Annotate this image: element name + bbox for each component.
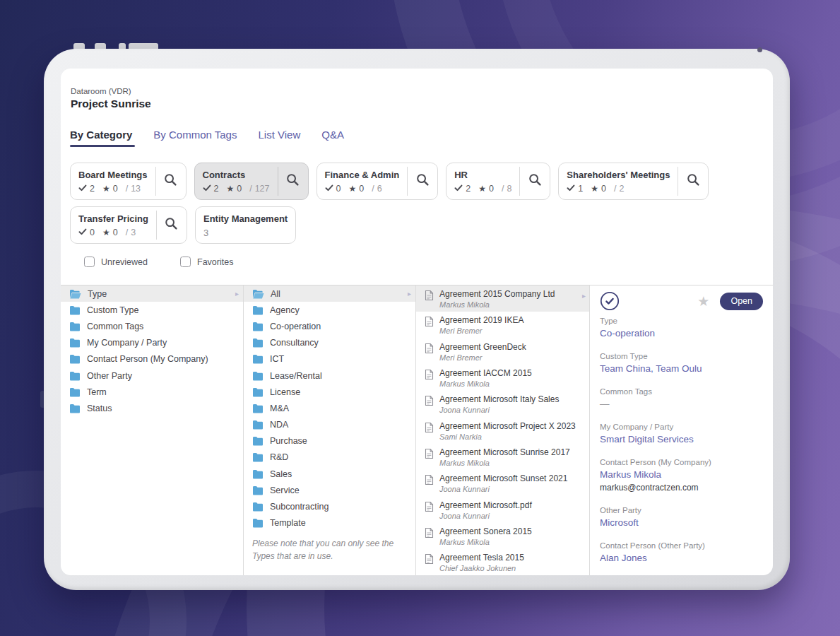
category-card-shareholders-meetings[interactable]: Shareholders' Meetings1★0/2 [558,163,709,200]
category-count: 3 [203,228,288,238]
facet-common-tags[interactable]: Common Tags [61,318,243,334]
star-icon: ★ [478,184,486,193]
reviewed-count: 1 [578,184,583,194]
slash: / [249,184,252,194]
type-agency[interactable]: Agency [244,302,415,318]
type-lease-rental[interactable]: Lease/Rental [244,367,415,384]
field-value-link[interactable]: Co-operation [600,328,763,338]
type-co-operation[interactable]: Co-operation [244,318,415,334]
category-stats: 2★0/8 [454,184,511,194]
folder-icon [69,322,81,331]
document-agreement-microsoft-italy-sales[interactable]: Agreement Microsoft Italy SalesJoona Kun… [416,391,589,417]
document-agreement-greendeck[interactable]: Agreement GreenDeckMeri Bremer [416,338,589,365]
field-value-link[interactable]: Team China, Team Oulu [600,363,763,374]
document-agreement-2015-company-ltd[interactable]: Agreement 2015 Company LtdMarkus Mikola▸ [416,285,589,312]
category-card-finance-admin[interactable]: Finance & Admin0★0/6 [317,163,439,200]
reviewed-count: 2 [466,184,471,194]
tab-by-category[interactable]: By Category [70,129,132,147]
facet-status[interactable]: Status [61,400,243,416]
document-agreement-tesla-2015[interactable]: Agreement Tesla 2015Chief Jaakko Jokunen [416,549,589,575]
document-agreement-microsoft-sunset-2021[interactable]: Agreement Microsoft Sunset 2021Joona Kun… [416,470,589,496]
search-icon [415,172,430,190]
category-search-button[interactable] [156,211,187,240]
open-button[interactable]: Open [720,293,763,310]
category-search-button[interactable] [155,167,186,196]
document-agreement-microsoft-project-x-2023[interactable]: Agreement Microsoft Project X 2023Sami N… [416,418,589,444]
category-stats: 0★0/3 [78,228,148,237]
document-agreement-microsoft-pdf[interactable]: Agreement Microsoft.pdfJoona Kunnari [416,497,589,523]
filter-unreviewed[interactable]: Unreviewed [84,257,148,267]
type-purchase[interactable]: Purchase [244,433,415,449]
filter-label: Favorites [197,257,233,267]
folder-icon [252,338,264,348]
facet-label: Type [88,289,107,299]
type-consultancy[interactable]: Consultancy [244,335,415,351]
document-agreement-microsoft-sunrise-2017[interactable]: Agreement Microsoft Sunrise 2017Markus M… [416,444,589,470]
document-agreement-iaccm-2015[interactable]: Agreement IACCM 2015Markus Mikola [416,365,589,391]
category-card-contracts[interactable]: Contracts2★0/127 [194,163,309,200]
category-name: Finance & Admin [325,170,400,180]
document-icon [425,553,434,565]
type-license[interactable]: License [244,384,415,400]
category-card-entity-management[interactable]: Entity Management3 [195,206,296,244]
facet-contact-person-my-company[interactable]: Contact Person (My Company) [61,351,243,367]
type-subcontracting[interactable]: Subcontracting [244,498,415,514]
field-value-link[interactable]: Microsoft [600,517,763,528]
facet-my-company-party[interactable]: My Company / Party [61,335,243,351]
tablet-camera [757,47,762,52]
type-label: Lease/Rental [270,371,322,381]
field-value-link[interactable]: Alan Jones [600,553,763,563]
facet-other-party[interactable]: Other Party [61,367,243,384]
type-service[interactable]: Service [244,482,415,498]
category-search-button[interactable] [519,167,550,196]
facet-type[interactable]: Type▸ [61,285,243,302]
field-value-link[interactable]: Smart Digital Services [600,434,763,444]
favorites-stat: ★0 [102,184,118,194]
filter-favorites[interactable]: Favorites [180,257,233,267]
category-search-button[interactable] [278,167,308,196]
tab-q-a[interactable]: Q&A [321,129,344,147]
document-author: Markus Mikola [439,538,532,546]
document-title: Agreement Microsoft Project X 2023 [439,421,576,431]
category-card-hr[interactable]: HR2★0/8 [446,163,550,200]
type-label: Sales [270,469,292,479]
reviewed-toggle-icon[interactable] [600,291,620,311]
type-sales[interactable]: Sales [244,466,415,482]
category-card-transfer-pricing[interactable]: Transfer Pricing0★0/3 [70,206,187,244]
document-icon [425,343,434,354]
tab-list-view[interactable]: List View [258,129,300,147]
type-m-a[interactable]: M&A [244,400,415,416]
field-value-link[interactable]: Markus Mikola [600,469,763,480]
category-card-board-meetings[interactable]: Board Meetings2★0/13 [70,163,187,200]
document-icon [425,448,434,459]
facet-custom-type[interactable]: Custom Type [61,302,243,318]
document-agreement-sonera-2015[interactable]: Agreement Sonera 2015Markus Mikola [416,523,589,549]
favorites-stat: ★0 [348,184,364,194]
category-search-button[interactable] [407,167,437,196]
document-agreement-2019-ikea[interactable]: Agreement 2019 IKEAMeri Bremer [416,312,589,338]
tab-by-common-tags[interactable]: By Common Tags [153,129,237,147]
unreviewed-checkbox[interactable] [84,257,95,267]
app-section-label: Dataroom (VDR) [71,87,151,95]
chevron-right-icon: ▸ [235,290,239,298]
document-text: Agreement GreenDeckMeri Bremer [439,342,526,362]
slash: / [126,228,128,237]
search-icon [285,172,300,190]
total-stat: /2 [614,184,624,194]
detail-field-contact-person-my-company: Contact Person (My Company)Markus Mikola… [600,458,763,493]
total-count: 6 [377,184,382,194]
favorites-checkbox[interactable] [180,257,191,267]
type-ict[interactable]: ICT [244,351,415,367]
type-nda[interactable]: NDA [244,417,415,433]
facet-label: My Company / Party [87,338,167,348]
reviewed-count: 2 [90,184,95,194]
folder-icon [69,371,81,381]
document-author: Joona Kunnari [439,406,559,414]
type-r-d[interactable]: R&D [244,449,415,466]
facet-term[interactable]: Term [61,384,243,400]
type-template[interactable]: Template [244,515,415,531]
category-cards: Board Meetings2★0/13Contracts2★0/127Fina… [70,163,765,244]
type-all[interactable]: All▸ [244,285,415,302]
favorite-star-icon[interactable]: ★ [697,295,709,308]
category-search-button[interactable] [678,167,708,196]
